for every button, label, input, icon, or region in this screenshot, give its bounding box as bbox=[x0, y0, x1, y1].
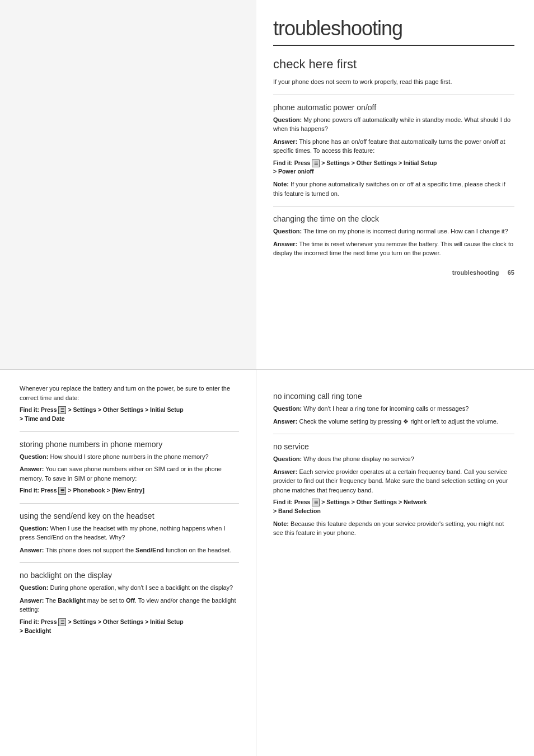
question-text-nir: Why don't I hear a ring tone for incomin… bbox=[303, 405, 469, 412]
no-service-question: Question: Why does the phone display no … bbox=[273, 454, 514, 464]
time-date-intro: Whenever you replace the battery and tur… bbox=[20, 384, 239, 402]
phone-auto-power-heading: phone automatic power on/off bbox=[273, 103, 514, 112]
findit-label-sn: Find it: bbox=[20, 487, 39, 494]
answer-bold-se: Send/End bbox=[135, 547, 164, 553]
question-text2: The time on my phone is incorrect during… bbox=[303, 228, 508, 234]
page-67-content: no incoming call ring tone Question: Why… bbox=[256, 370, 534, 756]
answer-text-ns: Each service provider operates at a cert… bbox=[273, 468, 508, 494]
question-label-sn: Question: bbox=[20, 453, 48, 460]
question-label: Question: bbox=[273, 116, 302, 123]
answer-text2: The time is reset whenever you remove th… bbox=[273, 241, 513, 257]
question-text-se: When I use the headset with my phone, no… bbox=[20, 525, 226, 541]
answer-label: Answer: bbox=[273, 138, 297, 145]
page-65-num: 65 bbox=[508, 269, 514, 276]
check-here-first-heading: check here first bbox=[273, 57, 514, 72]
no-service-answer: Answer: Each service provider operates a… bbox=[273, 467, 514, 495]
no-service-note: Note: Because this feature depends on yo… bbox=[273, 519, 514, 538]
findit-path2-ns: > Band Selection bbox=[273, 508, 321, 514]
answer-bold2-nb: Off bbox=[126, 597, 135, 604]
storing-numbers-answer: Answer: You can save phone numbers eithe… bbox=[20, 464, 239, 483]
no-incoming-ring-answer: Answer: Check the volume setting by pres… bbox=[273, 417, 514, 426]
answer-part2-nir: right or left to adjust the volume. bbox=[409, 418, 498, 425]
time-date-findit: Find it: Press ☰ > Settings > Other Sett… bbox=[20, 406, 239, 424]
findit-path2-nb: > Backlight bbox=[20, 627, 51, 634]
phone-auto-power-question: Question: My phone powers off automatica… bbox=[273, 115, 514, 134]
page-65-number: troubleshooting 65 bbox=[273, 269, 514, 276]
findit-press-ns: Press ☰ bbox=[294, 499, 320, 505]
note-text: If your phone automatically switches on … bbox=[273, 181, 505, 197]
no-service-findit: Find it: Press ☰ > Settings > Other Sett… bbox=[273, 498, 514, 516]
findit-press: Press ☰ bbox=[294, 159, 320, 166]
answer-label-ns: Answer: bbox=[273, 468, 297, 475]
answer-symbol-nir: ❖ bbox=[403, 418, 409, 425]
page-title: troubleshooting bbox=[273, 17, 514, 46]
top-left-blank bbox=[0, 0, 256, 369]
answer-part1-nir: Check the volume setting by pressing bbox=[299, 418, 403, 425]
findit-label-td: Find it: bbox=[20, 406, 39, 413]
phone-auto-power-findit: Find it: Press ☰ > Settings > Other Sett… bbox=[273, 159, 514, 177]
findit-label-ns: Find it: bbox=[273, 499, 293, 505]
note-label: Note: bbox=[273, 181, 289, 187]
question-label-se: Question: bbox=[20, 525, 48, 532]
findit-path: > Settings > Other Settings > Initial Se… bbox=[321, 159, 437, 166]
note-text-ns: Because this feature depends on your ser… bbox=[273, 520, 504, 537]
changing-time-heading: changing the time on the clock bbox=[273, 214, 514, 223]
check-here-intro: If your phone does not seem to work prop… bbox=[273, 77, 514, 87]
answer-text-sn: You can save phone numbers either on SIM… bbox=[20, 466, 222, 482]
findit-path-nb: > Settings > Other Settings > Initial Se… bbox=[68, 618, 183, 625]
page-65-label-text: troubleshooting bbox=[452, 269, 499, 276]
no-service-heading: no service bbox=[273, 442, 514, 451]
menu-key-icon-sn: ☰ bbox=[58, 487, 66, 495]
no-backlight-answer: Answer: The Backlight may be set to Off.… bbox=[20, 596, 239, 614]
menu-key-icon-ns: ☰ bbox=[312, 499, 320, 506]
question-label2: Question: bbox=[273, 228, 302, 234]
answer-label-se: Answer: bbox=[20, 547, 44, 553]
no-incoming-ring-heading: no incoming call ring tone bbox=[273, 392, 514, 401]
findit-path2-td: > Time and Date bbox=[20, 415, 65, 422]
send-end-question: Question: When I use the headset with my… bbox=[20, 524, 239, 542]
bottom-half: Whenever you replace the battery and tur… bbox=[0, 370, 534, 756]
menu-key-icon-td: ☰ bbox=[58, 406, 66, 414]
answer-part1-nb: The bbox=[45, 597, 58, 604]
question-text-ns: Why does the phone display no service? bbox=[303, 456, 414, 462]
findit-press-td: Press ☰ bbox=[41, 406, 67, 413]
findit-path2: > Power on/off bbox=[273, 168, 314, 175]
question-label-nb: Question: bbox=[20, 584, 48, 591]
question-text-sn: How should I store phone numbers in the … bbox=[50, 453, 208, 460]
question-text-nb: During phone operation, why don't I see … bbox=[50, 584, 233, 591]
page-container: troubleshooting check here first If your… bbox=[0, 0, 534, 756]
question-label-ns: Question: bbox=[273, 456, 302, 462]
findit-label: Find it: bbox=[273, 159, 293, 166]
answer-label-nir: Answer: bbox=[273, 418, 297, 425]
no-incoming-ring-question: Question: Why don't I hear a ring tone f… bbox=[273, 404, 514, 414]
findit-press-sn: Press ☰ bbox=[41, 487, 67, 494]
send-end-heading: using the send/end key on the headset bbox=[20, 511, 239, 520]
answer-label2: Answer: bbox=[273, 241, 297, 247]
phone-auto-power-note: Note: If your phone automatically switch… bbox=[273, 180, 514, 198]
changing-time-answer: Answer: The time is reset whenever you r… bbox=[273, 240, 514, 258]
page-65-content: troubleshooting check here first If your… bbox=[256, 0, 534, 369]
answer-text: This phone has an on/off feature that au… bbox=[273, 138, 505, 154]
findit-press-nb: Press ☰ bbox=[41, 618, 67, 625]
menu-key-icon: ☰ bbox=[312, 159, 320, 167]
storing-numbers-question: Question: How should I store phone numbe… bbox=[20, 452, 239, 462]
no-backlight-question: Question: During phone operation, why do… bbox=[20, 583, 239, 593]
no-backlight-heading: no backlight on the display bbox=[20, 571, 239, 580]
findit-label-nb: Find it: bbox=[20, 618, 39, 625]
answer-label-sn: Answer: bbox=[20, 466, 44, 472]
top-half: troubleshooting check here first If your… bbox=[0, 0, 534, 370]
changing-time-question: Question: The time on my phone is incorr… bbox=[273, 227, 514, 236]
answer-bold1-nb: Backlight bbox=[58, 597, 86, 604]
findit-path-ns: > Settings > Other Settings > Network bbox=[321, 499, 427, 505]
question-label-nir: Question: bbox=[273, 405, 302, 412]
answer-part1-se: This phone does not support the bbox=[45, 547, 135, 553]
no-backlight-findit: Find it: Press ☰ > Settings > Other Sett… bbox=[20, 618, 239, 636]
menu-key-icon-nb: ☰ bbox=[58, 618, 66, 626]
phone-auto-power-answer: Answer: This phone has an on/off feature… bbox=[273, 137, 514, 156]
findit-path-td: > Settings > Other Settings > Initial Se… bbox=[68, 406, 183, 413]
page-66-content: Whenever you replace the battery and tur… bbox=[0, 370, 256, 756]
answer-part2-nb: may be set to bbox=[86, 597, 126, 604]
note-label-ns: Note: bbox=[273, 520, 289, 527]
findit-path-sn: > Phonebook > [New Entry] bbox=[68, 487, 144, 494]
storing-numbers-heading: storing phone numbers in phone memory bbox=[20, 440, 239, 449]
